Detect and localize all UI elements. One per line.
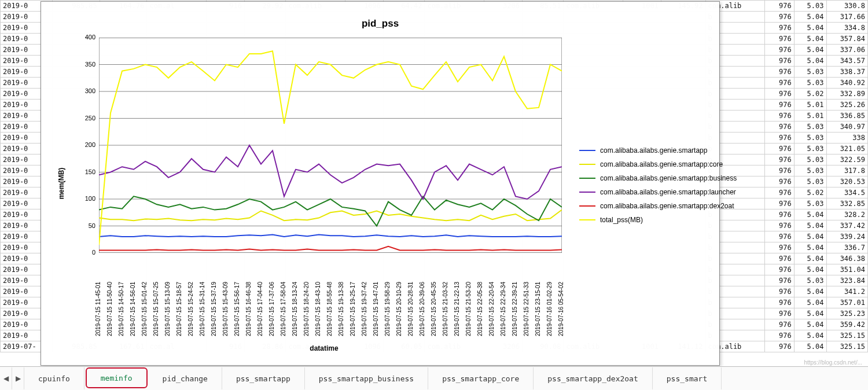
legend-item: com.alibaba.ailabs.genie.smartapp	[579, 144, 737, 157]
chart-ytick: 400	[78, 34, 95, 41]
chart-xtick: 2019-07-15 15-56-17	[234, 282, 240, 336]
tab-nav-prev[interactable]: ◀	[0, 367, 12, 389]
chart-xtick: 2019-07-15 11-50-40	[106, 282, 113, 336]
chart-series-line	[99, 246, 562, 251]
legend-item: com.alibaba.ailabs.genie.smartapp:busine…	[579, 172, 737, 185]
chart-xtick: 2019-07-15 15-24-52	[187, 282, 194, 336]
chart-xtick: 2019-07-15 11-45-01	[95, 282, 101, 336]
tab-pss_smartapp_business[interactable]: pss_smartapp_business	[305, 367, 428, 389]
chart-xtick: 2019-07-15 15-07-25	[153, 282, 159, 336]
chart-legend: com.alibaba.ailabs.genie.smartappcom.ali…	[579, 144, 737, 227]
chart-ytick: 50	[78, 222, 95, 229]
legend-item: com.alibaba.ailabs.genie.smartapp:core	[579, 158, 737, 171]
chart-xtick: 2019-07-15 19-13-38	[338, 282, 344, 336]
chart-xaxis-ticks: 2019-07-15 11-45-012019-07-15 11-50-4020…	[99, 255, 562, 336]
chart-ytick: 0	[78, 249, 95, 256]
chart-series-line	[99, 234, 562, 237]
chart-xtick: 2019-07-15 22-39-21	[512, 282, 518, 336]
chart-xtick: 2019-07-15 16-46-38	[245, 282, 252, 336]
watermark: https://blog.csdn.net/...	[804, 359, 862, 366]
chart-xtick: 2019-07-15 17-37-06	[269, 282, 275, 336]
chart-plot-area	[99, 38, 562, 253]
legend-label: com.alibaba.ailabs.genie.smartapp:dex2oa…	[600, 200, 734, 212]
chart-xtick: 2019-07-15 22-05-38	[477, 282, 483, 336]
chart-xtick: 2019-07-15 22-29-34	[500, 282, 506, 336]
chart-xtick: 2019-07-15 15-37-19	[211, 282, 217, 336]
chart-xtick: 2019-07-15 15-43-09	[222, 282, 229, 336]
chart-series-line	[99, 196, 562, 226]
chart-xtick: 2019-07-15 23-15-01	[535, 282, 541, 336]
chart-xtick: 2019-07-15 22-20-54	[488, 282, 495, 336]
chart-xtick: 2019-07-15 18-24-20	[303, 282, 310, 336]
legend-swatch	[579, 164, 595, 165]
chart-ylabel: mem(MB)	[57, 168, 65, 200]
chart-xtick: 2019-07-15 17-04-40	[257, 282, 263, 336]
tab-pss_smartapp_dex2oat[interactable]: pss_smartapp_dex2oat	[534, 367, 653, 389]
legend-swatch	[579, 219, 595, 220]
chart-xtick: 2019-07-15 18-43-10	[315, 282, 321, 336]
chart-xtick: 2019-07-15 21-03-32	[442, 282, 448, 336]
chart-ytick: 250	[78, 115, 95, 122]
legend-swatch	[579, 205, 595, 207]
legend-label: total_pss(MB)	[600, 214, 643, 226]
tab-pss_smartapp[interactable]: pss_smartapp	[222, 367, 305, 389]
chart-xtick: 2019-07-15 19-47-01	[373, 282, 379, 336]
chart-xtick: 2019-07-15 22-51-33	[523, 282, 529, 336]
chart-xtick: 2019-07-15 14-56-01	[130, 282, 136, 336]
chart-xtick: 2019-07-15 15-18-57	[176, 282, 182, 336]
legend-item: com.alibaba.ailabs.genie.smartapp:launch…	[579, 186, 737, 198]
chart-ytick: 150	[78, 168, 95, 175]
chart-ytick: 300	[78, 87, 95, 94]
chart-xtick: 2019-07-15 20-28-31	[407, 282, 414, 336]
chart-xtick: 2019-07-15 15-01-42	[141, 282, 148, 336]
chart-window[interactable]: pid_pss mem(MB) 2019-07-15 11-45-012019-…	[41, 1, 720, 366]
chart-xtick: 2019-07-15 19-25-17	[350, 282, 356, 336]
legend-swatch	[579, 178, 595, 179]
chart-xtick: 2019-07-15 19-37-42	[361, 282, 367, 336]
chart-xtick: 2019-07-15 20-45-35	[431, 282, 437, 336]
legend-label: com.alibaba.ailabs.genie.smartapp:busine…	[600, 172, 737, 185]
chart-xtick: 2019-07-15 18-13-24	[292, 282, 298, 336]
chart-xtick: 2019-07-15 18-55-48	[326, 282, 333, 336]
chart-series-line	[99, 51, 562, 245]
chart-xtick: 2019-07-15 20-39-06	[419, 282, 425, 336]
chart-xtick: 2019-07-15 21-22-13	[454, 282, 460, 336]
chart-xtick: 2019-07-15 15-31-14	[199, 282, 205, 336]
chart-xtick: 2019-07-15 15-13-09	[164, 282, 171, 336]
tab-meminfo[interactable]: meminfo	[86, 367, 148, 388]
tab-cpuinfo[interactable]: cpuinfo	[24, 367, 84, 389]
chart-title: pid_pss	[41, 18, 719, 30]
legend-label: com.alibaba.ailabs.genie.smartapp:core	[600, 158, 723, 171]
legend-label: com.alibaba.ailabs.genie.smartapp:launch…	[600, 186, 736, 198]
chart-xtick: 2019-07-16 01-02-29	[546, 282, 553, 336]
chart-xtick: 2019-07-15 20-10-29	[396, 282, 402, 336]
chart-ytick: 200	[78, 141, 95, 148]
tab-nav-next[interactable]: ▶	[12, 367, 24, 389]
chart-xtick: 2019-07-15 21-53-20	[465, 282, 472, 336]
chart-xtick: 2019-07-15 17-58-04	[280, 282, 286, 336]
legend-item: total_pss(MB)	[579, 214, 737, 226]
chart-xtick: 2019-07-15 19-58-29	[384, 282, 391, 336]
chart-xtick: 2019-07-16 05-54-02	[558, 282, 564, 336]
tab-pss_smartapp_core[interactable]: pss_smartapp_core	[428, 367, 534, 389]
chart-series-line	[99, 210, 562, 221]
legend-swatch	[579, 150, 595, 151]
legend-swatch	[579, 192, 595, 193]
sheet-tabs-bar: ◀ ▶ cpuinfomeminfopid_changepss_smartapp…	[0, 366, 868, 390]
tab-pid_change[interactable]: pid_change	[149, 367, 222, 389]
legend-item: com.alibaba.ailabs.genie.smartapp:dex2oa…	[579, 200, 737, 212]
tab-pss_smart[interactable]: pss_smart	[653, 367, 722, 389]
chart-ytick: 350	[78, 61, 95, 68]
chart-ytick: 100	[78, 195, 95, 202]
chart-xlabel: datatime	[84, 344, 564, 352]
legend-label: com.alibaba.ailabs.genie.smartapp	[600, 144, 707, 157]
chart-xtick: 2019-07-15 14-50-17	[118, 282, 124, 336]
